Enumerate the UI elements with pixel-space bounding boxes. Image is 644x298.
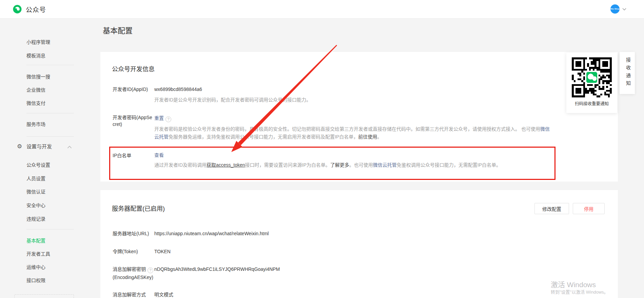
- sidebar-item-template-msg[interactable]: 模板消息: [26, 52, 45, 59]
- aes-key-label-line2: (EncodingAESKey): [113, 274, 153, 281]
- server-url-value: https://uniapp.niuteam.cn/wap/wchat/rela…: [154, 230, 269, 237]
- sidebar-item-verification[interactable]: 微信认证: [26, 188, 45, 195]
- ip-desc-text2: 接口时，需要设置访问来源IP为白名单。: [245, 162, 330, 168]
- appsecret-actions: 重置?: [154, 115, 171, 122]
- sidebar-item-dev-tools[interactable]: 开发者工具: [26, 250, 50, 257]
- help-icon[interactable]: ?: [148, 267, 153, 273]
- sidebar-item-wepay[interactable]: 微信支付: [26, 100, 45, 107]
- sidebar-divider: [26, 65, 74, 65]
- ip-desc-text4: 免鉴权调用公众号接口能力，无需配置IP白名单。: [397, 162, 501, 168]
- ip-desc-text1: 通过开发者ID及密码调用: [154, 162, 207, 168]
- sidebar-item-ops-center[interactable]: 运维中心: [26, 264, 45, 271]
- appid-desc: 开发者ID是公众号开发识别码，配合开发者密码可调用公众号的接口能力。: [154, 96, 311, 104]
- avatar[interactable]: Niu Shop: [610, 4, 620, 14]
- appsecret-label: 开发者密码(AppSecret): [113, 114, 154, 128]
- server-config-card: 服务器配置(已启用) 修改配置 停用 服务器地址(URL) https://un…: [100, 190, 618, 298]
- token-label: 令牌(Token): [113, 248, 138, 255]
- screen: 公众号 Niu Shop 小程序管理 模板消息 微信搜一搜 企业微信 微信支付 …: [0, 0, 644, 298]
- reset-link[interactable]: 重置: [154, 115, 164, 121]
- dev-info-card: 公众号开发信息 开发者ID(AppID) wx6899bcd8598844a6 …: [100, 52, 618, 182]
- sidebar-divider: [26, 136, 74, 137]
- appid-value: wx6899bcd8598844a6: [154, 86, 202, 93]
- page-title: 基本配置: [103, 24, 133, 35]
- appsecret-desc: 开发者密码是校验公众号开发者身份的密码，具有极高的安全性。切记勿把密码直接交给第…: [154, 125, 551, 141]
- sidebar-item-staff-settings[interactable]: 人员设置: [26, 175, 45, 182]
- aes-key-value: nDQRbgsAh3WtedL9wbFC1iLSYJQ6PRWHRqGoayi4…: [154, 266, 280, 273]
- sidebar-item-search[interactable]: 微信搜一搜: [26, 73, 50, 80]
- aes-key-label-text: 消息加解密密钥: [113, 266, 146, 272]
- sidebar-item-security-center[interactable]: 安全中心: [26, 202, 45, 209]
- disable-button[interactable]: 停用: [573, 203, 605, 214]
- view-link[interactable]: 查看: [154, 152, 164, 158]
- help-icon[interactable]: ?: [165, 116, 171, 122]
- sidebar-group-settings-dev[interactable]: 设置与开发: [26, 143, 52, 150]
- appid-label: 开发者ID(AppID): [113, 86, 148, 93]
- appsecret-desc-period: 。: [377, 134, 382, 139]
- notify-qr-card: 扫码接收重要通知: [566, 53, 617, 113]
- chevron-up-icon[interactable]: [67, 146, 72, 149]
- goto-use-link[interactable]: 前往使用: [358, 134, 377, 139]
- appsecret-desc-text: 开发者密码是校验公众号开发者身份的密码，具有极高的安全性。切记勿把密码直接交给第…: [154, 126, 540, 132]
- sidebar-item-account-settings[interactable]: 公众号设置: [26, 162, 50, 168]
- appsecret-desc-text2: 免服务器免运维，支持免鉴权调用公众号接口能力，无需启用开发者密码及配置IP白名单…: [169, 134, 358, 139]
- wechat-swirl-icon: [12, 4, 22, 14]
- ip-whitelist-desc: 通过开发者ID及密码调用获取access_token接口时，需要设置访问来源IP…: [154, 161, 582, 169]
- new-feature-button[interactable]: + 新的功能: [14, 294, 74, 298]
- ip-desc-text3: 。也可使用: [349, 162, 373, 168]
- ip-whitelist-actions: 查看: [154, 152, 164, 159]
- sidebar-item-miniprogram[interactable]: 小程序管理: [26, 39, 50, 45]
- notify-tab[interactable]: 接收通知: [620, 52, 635, 94]
- qr-caption: 扫码接收重要通知: [566, 100, 617, 107]
- learn-more-link[interactable]: 了解更多: [330, 162, 349, 168]
- top-header: 公众号 Niu Shop: [0, 0, 644, 19]
- server-url-label: 服务器地址(URL): [113, 230, 149, 237]
- aes-key-label: 消息加解密密钥?: [113, 266, 153, 273]
- access-token-link[interactable]: 获取access_token: [207, 162, 245, 168]
- sidebar-item-service-market[interactable]: 服务市场: [26, 121, 45, 128]
- notify-tab-label: 接收通知: [625, 57, 631, 89]
- sidebar-item-basic-config[interactable]: 基本配置: [26, 237, 45, 244]
- encrypt-mode-value: 明文模式: [154, 291, 173, 298]
- dev-info-heading: 公众号开发信息: [112, 64, 155, 73]
- encrypt-mode-label: 消息加解密方式: [113, 291, 146, 298]
- brand-title: 公众号: [26, 5, 46, 14]
- sidebar-item-violation-record[interactable]: 违规记录: [26, 216, 45, 222]
- sidebar-divider: [26, 113, 74, 113]
- ip-cloud-hosting-link[interactable]: 微信云托管: [373, 162, 397, 168]
- qr-code: [572, 57, 612, 97]
- modify-config-button[interactable]: 修改配置: [534, 203, 569, 214]
- sidebar-item-wework[interactable]: 企业微信: [26, 87, 45, 93]
- account-menu[interactable]: Niu Shop: [610, 4, 626, 14]
- chevron-down-icon: [622, 8, 626, 11]
- gear-icon: ⚙: [17, 143, 22, 150]
- sidebar: 小程序管理 模板消息 微信搜一搜 企业微信 微信支付 服务市场 ⚙ 设置与开发 …: [0, 18, 97, 298]
- token-value: TOKEN: [154, 248, 171, 255]
- server-config-heading: 服务器配置(已启用): [112, 204, 165, 212]
- ip-whitelist-label: IP白名单: [113, 152, 131, 159]
- sidebar-item-api-permission[interactable]: 接口权限: [26, 277, 45, 284]
- wechat-mp-logo[interactable]: 公众号: [12, 4, 46, 14]
- sidebar-divider: [26, 229, 74, 229]
